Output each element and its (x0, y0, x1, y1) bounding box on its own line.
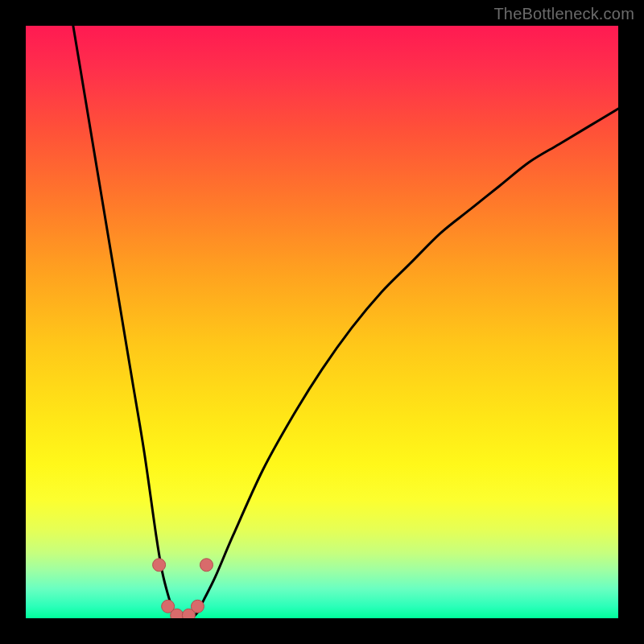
data-point-marker (191, 600, 204, 613)
data-point-marker (200, 559, 213, 572)
chart-frame: TheBottleneck.com (0, 0, 644, 644)
watermark-text: TheBottleneck.com (493, 5, 634, 23)
curve-layer (26, 26, 618, 618)
bottleneck-curve (192, 109, 618, 618)
data-point-marker (171, 609, 184, 618)
bottleneck-curve (73, 26, 180, 618)
plot-area (26, 26, 618, 618)
data-point-marker (153, 559, 166, 572)
